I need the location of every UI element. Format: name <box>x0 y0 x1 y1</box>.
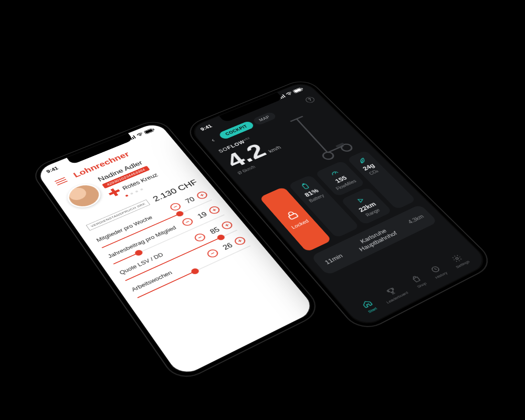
svg-marker-16 <box>358 198 364 202</box>
svg-point-19 <box>455 257 459 260</box>
bottom-nav: Start Leaderboard Shop History <box>350 246 478 319</box>
svg-rect-1 <box>145 129 153 134</box>
minus-button[interactable]: − <box>193 232 207 243</box>
svg-point-9 <box>321 151 335 160</box>
range-icon <box>354 195 368 205</box>
status-time: 9:41 <box>46 166 59 174</box>
battery-icon <box>143 128 155 134</box>
gear-icon <box>450 254 464 264</box>
tile-range[interactable]: 22km Range <box>341 187 393 225</box>
svg-line-15 <box>334 172 337 174</box>
dest-name: Karlsruhe Hauptbahnhof <box>343 220 408 257</box>
history-icon <box>428 264 443 275</box>
bag-icon <box>409 274 423 284</box>
help-button[interactable]: ? <box>304 96 316 103</box>
lock-icon <box>282 208 302 222</box>
wifi-icon <box>136 132 144 138</box>
trophy-icon <box>384 286 398 297</box>
dest-distance: 4.3km <box>407 214 425 225</box>
svg-point-18 <box>431 266 440 272</box>
nav-settings[interactable]: Settings <box>447 252 470 269</box>
minus-button[interactable]: − <box>205 248 220 259</box>
menu-icon[interactable] <box>55 177 68 185</box>
wifi-icon <box>285 91 293 96</box>
nav-shop[interactable]: Shop <box>409 274 428 289</box>
nav-history[interactable]: History <box>427 263 448 279</box>
destination-card[interactable]: 11min Karlsruhe Hauptbahnhof 4.3km <box>311 204 438 276</box>
svg-line-7 <box>296 119 329 152</box>
battery-icon <box>292 87 304 93</box>
status-time: 9:41 <box>200 124 213 132</box>
tile-locked[interactable]: Locked <box>259 186 332 252</box>
svg-rect-12 <box>288 213 298 219</box>
slider-work-weeks: Arbeitswochen − 26 + <box>130 236 253 300</box>
slider-track[interactable] <box>136 244 253 300</box>
svg-rect-4 <box>293 88 301 92</box>
home-icon <box>360 298 374 309</box>
back-button[interactable]: ‹ <box>207 136 218 143</box>
nav-start[interactable]: Start <box>360 298 378 314</box>
nav-leaderboard[interactable]: Leaderboard <box>378 283 409 304</box>
dest-eta: 11min <box>323 253 344 266</box>
plus-button[interactable]: + <box>233 236 247 246</box>
red-cross-icon <box>107 187 122 198</box>
speed-unit: km/h <box>267 145 282 154</box>
